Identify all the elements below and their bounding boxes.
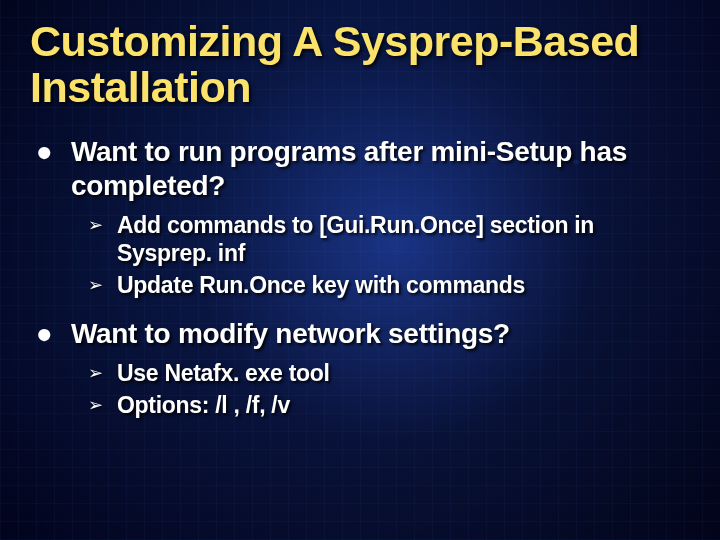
sublist: ➢ Use Netafx. exe tool ➢ Options: /l , /… (34, 359, 690, 419)
list-item-text: Use Netafx. exe tool (117, 359, 330, 387)
list-item-text: Update Run.Once key with commands (117, 271, 525, 299)
list-item-text: Want to run programs after mini-Setup ha… (71, 135, 690, 203)
list-item: ➢ Update Run.Once key with commands (34, 271, 690, 299)
bullet-dot-icon: ● (36, 135, 53, 169)
bullet-dot-icon: ● (36, 317, 53, 351)
bullet-arrow-icon: ➢ (88, 271, 103, 299)
slide: Customizing A Sysprep-Based Installation… (0, 0, 720, 540)
list-item: ➢ Options: /l , /f, /v (34, 391, 690, 419)
list-item: ➢ Use Netafx. exe tool (34, 359, 690, 387)
slide-title: Customizing A Sysprep-Based Installation (30, 18, 690, 111)
list-item-text: Add commands to [Gui.Run.Once] section i… (117, 211, 690, 267)
bullet-arrow-icon: ➢ (88, 211, 103, 239)
list-item-text: Want to modify network settings? (71, 317, 510, 351)
bullet-arrow-icon: ➢ (88, 359, 103, 387)
bullet-arrow-icon: ➢ (88, 391, 103, 419)
sublist: ➢ Add commands to [Gui.Run.Once] section… (34, 211, 690, 299)
list-item: ➢ Add commands to [Gui.Run.Once] section… (34, 211, 690, 267)
slide-body: ● Want to run programs after mini-Setup … (30, 135, 690, 419)
list-item: ● Want to run programs after mini-Setup … (34, 135, 690, 203)
list-item: ● Want to modify network settings? (34, 317, 690, 351)
list-item-text: Options: /l , /f, /v (117, 391, 290, 419)
